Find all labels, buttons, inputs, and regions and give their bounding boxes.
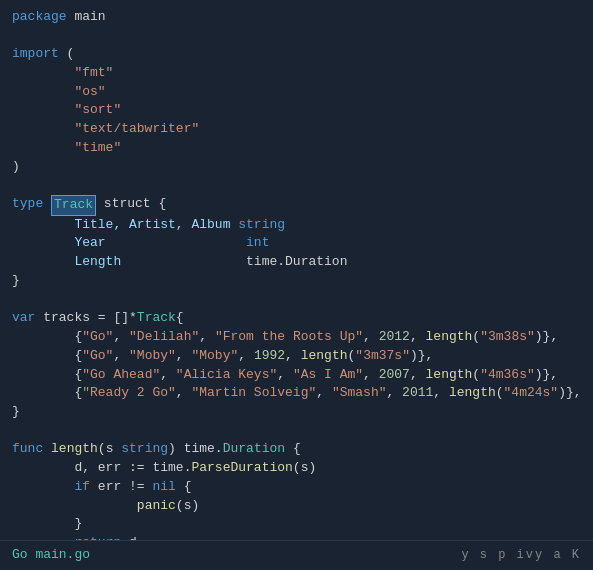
code-line <box>0 291 593 309</box>
code-line: {"Go", "Delilah", "From the Roots Up", 2… <box>0 328 593 347</box>
code-line: } <box>0 272 593 291</box>
code-line: "time" <box>0 139 593 158</box>
status-left: Go main.go <box>12 546 90 565</box>
code-line: import ( <box>0 45 593 64</box>
code-line: var tracks = []*Track{ <box>0 309 593 328</box>
code-line: Year int <box>0 234 593 253</box>
code-line: "sort" <box>0 101 593 120</box>
code-line: if err != nil { <box>0 478 593 497</box>
code-line: {"Go Ahead", "Alicia Keys", "As I Am", 2… <box>0 366 593 385</box>
code-editor: package mainimport ( "fmt" "os" "sort" "… <box>0 0 593 540</box>
status-bar: Go main.go y s p ivy a K <box>0 540 593 570</box>
code-line <box>0 422 593 440</box>
code-line: {"Go", "Moby", "Moby", 1992, length("3m3… <box>0 347 593 366</box>
code-line: Length time.Duration <box>0 253 593 272</box>
code-line: type Track struct { <box>0 195 593 216</box>
code-line: Title, Artist, Album string <box>0 216 593 235</box>
code-line <box>0 27 593 45</box>
code-line: "fmt" <box>0 64 593 83</box>
code-line: d, err := time.ParseDuration(s) <box>0 459 593 478</box>
code-line: package main <box>0 8 593 27</box>
code-line: {"Ready 2 Go", "Martin Solveig", "Smash"… <box>0 384 593 403</box>
code-line: } <box>0 403 593 422</box>
code-line: return d <box>0 534 593 540</box>
code-line: } <box>0 515 593 534</box>
code-line: ) <box>0 158 593 177</box>
code-line: "text/tabwriter" <box>0 120 593 139</box>
code-line <box>0 177 593 195</box>
code-line: panic(s) <box>0 497 593 516</box>
code-line: "os" <box>0 83 593 102</box>
status-right: y s p ivy a K <box>461 547 581 564</box>
code-line: func length(s string) time.Duration { <box>0 440 593 459</box>
